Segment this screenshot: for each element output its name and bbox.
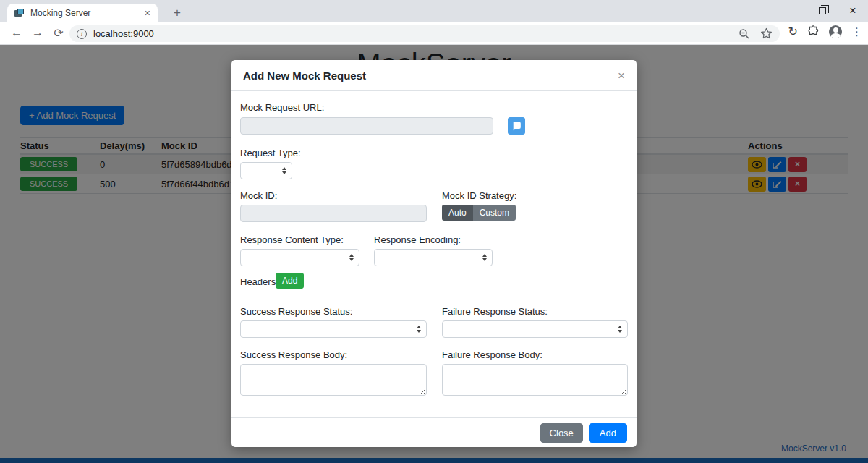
response-encoding-select[interactable] <box>374 249 493 266</box>
select-caret-icon <box>482 254 487 261</box>
headers-label: Headers: <box>240 276 278 287</box>
site-info-icon[interactable]: i <box>77 29 87 39</box>
toolbar-right-icons: ↻ ⋮ <box>788 25 862 38</box>
copy-url-button[interactable] <box>508 117 525 135</box>
copy-url-icon <box>511 121 522 131</box>
select-caret-icon <box>282 167 286 174</box>
failure-response-status-select[interactable] <box>442 320 628 338</box>
mock-id-label: Mock ID: <box>240 190 277 201</box>
success-response-status-label: Success Response Status: <box>240 306 352 317</box>
response-content-type-select[interactable] <box>240 249 359 266</box>
headers-add-button[interactable]: Add <box>276 273 304 289</box>
forward-icon[interactable]: → <box>30 26 46 39</box>
failure-response-body-textarea[interactable] <box>442 364 628 396</box>
modal-header: Add New Mock Request × <box>231 60 637 91</box>
menu-kebab-icon[interactable]: ⋮ <box>851 25 862 38</box>
back-icon[interactable]: ← <box>9 26 25 39</box>
modal-footer: Close Add <box>231 417 637 447</box>
restore-icon <box>819 7 826 14</box>
mock-id-strategy-label: Mock ID Strategy: <box>442 190 516 201</box>
mock-request-url-label: Mock Request URL: <box>240 102 324 113</box>
extensions-puzzle-icon[interactable] <box>807 25 820 38</box>
mock-id-strategy-group: Auto Custom <box>442 205 516 221</box>
request-type-select[interactable] <box>240 162 292 179</box>
modal-close-icon[interactable]: × <box>618 69 625 82</box>
browser-tab[interactable]: Mocking Server × <box>7 4 158 22</box>
select-caret-icon <box>349 254 354 261</box>
window-controls: – × <box>777 0 868 22</box>
failure-response-status-label: Failure Response Status: <box>442 306 548 317</box>
success-response-body-label: Success Response Body: <box>240 349 347 360</box>
modal-close-button[interactable]: Close <box>540 423 583 443</box>
modal-title: Add New Mock Request <box>243 69 618 82</box>
success-response-status-select[interactable] <box>240 320 427 338</box>
tab-strip: Mocking Server × + – × <box>0 0 868 22</box>
tab-close-icon[interactable]: × <box>145 8 150 18</box>
history-extension-icon[interactable]: ↻ <box>788 25 798 38</box>
url-text[interactable]: localhost:9000 <box>93 28 739 39</box>
failure-response-body-label: Failure Response Body: <box>442 349 542 360</box>
add-mock-request-modal: Add New Mock Request × Mock Request URL:… <box>231 60 637 447</box>
zoom-icon[interactable] <box>739 28 750 40</box>
success-response-body-textarea[interactable] <box>240 364 427 396</box>
minimize-button[interactable]: – <box>777 0 807 22</box>
request-type-label: Request Type: <box>240 148 301 158</box>
mock-id-input[interactable] <box>240 205 427 222</box>
response-encoding-label: Response Encoding: <box>374 234 461 245</box>
strategy-auto-button[interactable]: Auto <box>442 205 473 221</box>
close-window-button[interactable]: × <box>838 0 868 22</box>
select-caret-icon <box>618 326 622 333</box>
tab-favicon-icon <box>14 9 25 17</box>
tab-title: Mocking Server <box>30 8 145 18</box>
mock-request-url-input[interactable] <box>240 117 493 135</box>
browser-window: Mocking Server × + – × ← → ⟳ i localhost… <box>0 0 868 463</box>
profile-avatar[interactable] <box>829 25 842 38</box>
reload-icon[interactable]: ⟳ <box>51 26 67 40</box>
address-bar[interactable]: i localhost:9000 <box>69 25 780 42</box>
strategy-custom-button[interactable]: Custom <box>473 205 516 221</box>
select-caret-icon <box>417 326 421 333</box>
response-content-type-label: Response Content Type: <box>240 234 344 245</box>
new-tab-button[interactable]: + <box>168 4 187 22</box>
bookmark-star-icon[interactable] <box>760 27 773 40</box>
modal-add-button[interactable]: Add <box>589 423 627 443</box>
restore-button[interactable] <box>807 0 838 22</box>
